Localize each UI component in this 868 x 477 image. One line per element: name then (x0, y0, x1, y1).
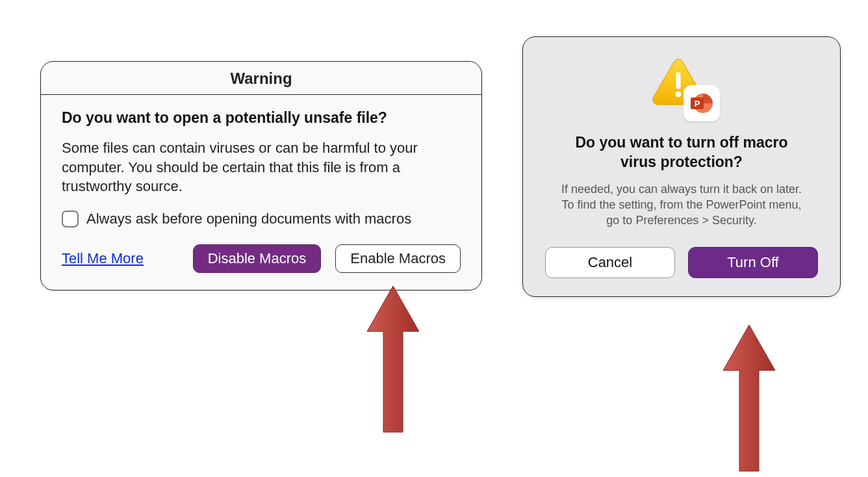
dialog-message: If needed, you can always turn it back o… (561, 181, 802, 229)
always-ask-checkbox[interactable] (62, 211, 79, 227)
dialog-body: Do you want to open a potentially unsafe… (41, 95, 481, 290)
dialog-title: Warning (41, 62, 481, 95)
arrow-annotation-left (357, 286, 429, 435)
tell-me-more-link[interactable]: Tell Me More (62, 250, 144, 267)
powerpoint-app-icon: P (683, 85, 720, 122)
always-ask-row[interactable]: Always ask before opening documents with… (62, 211, 461, 227)
dialog-icon-stack: P (646, 57, 717, 122)
macro-protection-dialog: P Do you want to turn off macro virus pr… (522, 36, 841, 297)
disable-macros-button[interactable]: Disable Macros (193, 244, 322, 273)
enable-macros-button[interactable]: Enable Macros (335, 244, 461, 273)
arrow-annotation-right (713, 325, 785, 474)
turn-off-button[interactable]: Turn Off (688, 247, 818, 278)
powerpoint-letter: P (695, 99, 700, 109)
dialog-message: Some files can contain viruses or can be… (62, 138, 461, 196)
svg-point-1 (676, 92, 682, 97)
cancel-button[interactable]: Cancel (545, 247, 675, 278)
dialog-buttons: Cancel Turn Off (541, 247, 822, 278)
warning-dialog: Warning Do you want to open a potentiall… (40, 61, 482, 290)
svg-rect-0 (676, 72, 681, 89)
dialog-heading: Do you want to turn off macro virus prot… (557, 133, 806, 172)
always-ask-label: Always ask before opening documents with… (86, 211, 411, 227)
dialog-footer: Tell Me More Disable Macros Enable Macro… (62, 244, 461, 273)
dialog-heading: Do you want to open a potentially unsafe… (62, 109, 461, 127)
